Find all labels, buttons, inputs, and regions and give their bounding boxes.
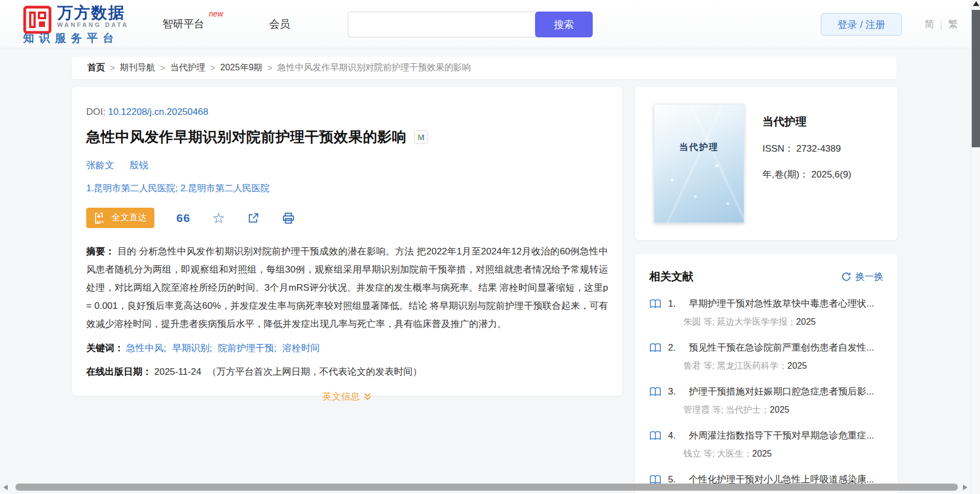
share-icon[interactable] [247,212,260,224]
affiliations[interactable]: 1.昆明市第二人民医院; 2.昆明市第二人民医院 [86,182,608,195]
keyword-separator: ; [164,343,166,353]
book-icon [649,299,661,309]
breadcrumb-issue[interactable]: 2025年9期 [220,62,263,74]
keywords-label: 关键词： [86,343,124,353]
article-title: 急性中风发作早期识别对院前护理干预效果的影响 [86,127,407,147]
volume-label: 年,卷(期)： [762,169,809,180]
related-item-link[interactable]: 4. 外周灌注指数指导下干预对早期急诊危重症... [649,429,883,442]
journal-volume-row: 年,卷(期)： 2025,6(9) [762,168,851,181]
journal-cover-title: 当代护理 [654,142,744,153]
related-item: 1. 早期护理干预对急性敌草快中毒患者心理状... 朱圆 等; 延边大学医学学报… [649,297,883,328]
related-item-link[interactable]: 3. 护理干预措施对妊娠期口腔急症患者预后影... [649,385,883,398]
fulltext-button[interactable]: free 全文直达 [86,208,154,228]
breadcrumb-journal[interactable]: 当代护理 [170,62,205,74]
vertical-scrollbar[interactable] [971,0,980,494]
journal-name[interactable]: 当代护理 [762,114,851,129]
author-link[interactable]: 殷锐 [130,159,148,171]
keywords-row: 关键词： 急性中风; 早期识别; 院前护理干预; 溶栓时间 [86,342,608,354]
chevron-double-down-icon [363,392,372,402]
language-switch: 简 | 繁 [925,18,958,31]
scroll-up-arrow-icon[interactable] [973,1,979,6]
keyword-link[interactable]: 早期识别 [172,343,209,353]
search-input[interactable] [348,12,537,37]
doi-label: DOI: [86,107,105,117]
pubdate-label: 在线出版日期： [86,367,152,377]
new-badge: new [209,9,223,18]
search-group: 搜索 [348,12,593,37]
lang-divider: | [940,19,943,30]
keyword-separator: ; [274,343,277,353]
nav-item-zhiyan[interactable]: 智研平台 new [163,17,204,31]
main-nav: 智研平台 new 会员 [163,0,290,48]
lang-simplified[interactable]: 简 [925,18,934,31]
article-card: DOI: 10.12208/j.cn.20250468 急性中风发作早期识别对院… [72,87,622,396]
svg-text:free: free [97,219,104,224]
print-icon[interactable] [282,212,295,225]
related-item: 4. 外周灌注指数指导下干预对早期急诊危重症... 钱立 等; 大医生；2025 [649,429,883,460]
lang-traditional[interactable]: 繁 [948,18,958,31]
actions-row: free 全文直达 66 ☆ [86,208,608,228]
related-title: 相关文献 [649,269,693,284]
related-item-meta: 朱圆 等; 延边大学医学学报；2025 [683,317,883,328]
favorite-star-icon[interactable]: ☆ [212,212,225,224]
search-button[interactable]: 搜索 [535,12,593,37]
breadcrumb: 首页 > 期刊导航 > 当代护理 > 2025年9期 > 急性中风发作早期识别对… [72,57,897,79]
journal-card: 当代护理 当代护理 ISSN： 2732-4389 年,卷(期)： 2025,6… [635,87,898,240]
breadcrumb-home[interactable]: 首页 [87,62,105,74]
related-literature-card: 相关文献 换一换 1. 早期护理干预对急性敌草快中毒患者心理状... 朱圆 等;… [635,254,898,494]
page: 万方数据 WANFANG DATA 知识服务平台 智研平台 new 会员 搜索 … [0,0,980,494]
book-icon [649,431,661,441]
scroll-right-arrow-icon[interactable] [963,485,967,490]
issn-value: 2732-4389 [796,143,840,154]
breadcrumb-current: 急性中风发作早期识别对院前护理干预效果的影响 [277,62,471,74]
author-link[interactable]: 张龄文 [86,159,114,171]
pubdate-value: 2025-11-24 [154,367,202,377]
scroll-left-arrow-icon[interactable] [3,485,8,490]
related-item: 2. 预见性干预在急诊院前严重创伤患者自发性... 鲁君 等; 黑龙江医药科学；… [649,341,883,372]
site-logo[interactable]: 万方数据 WANFANG DATA [23,4,129,34]
logo-text-block: 万方数据 WANFANG DATA [57,4,129,34]
logo-brand: 万方数据 [57,4,129,21]
related-item-meta: 鲁君 等; 黑龙江医药科学；2025 [683,360,883,372]
nav-item-member[interactable]: 会员 [269,17,290,31]
issn-label: ISSN： [762,143,794,154]
journal-cover[interactable]: 当代护理 [654,104,744,223]
abstract-label: 摘要： [86,246,115,257]
header: 万方数据 WANFANG DATA 知识服务平台 智研平台 new 会员 搜索 … [0,0,980,48]
related-item-meta: 钱立 等; 大医生；2025 [683,448,883,460]
related-item-meta: 管理霞 等; 当代护士；2025 [683,404,883,416]
abstract-block: 摘要： 目的 分析急性中风发作初期识别对院前护理干预成效的潜在影响。方法 把20… [86,242,608,333]
book-icon [649,343,661,353]
english-info-toggle[interactable]: 英文信息 [86,390,608,403]
horizontal-scrollbar[interactable] [0,483,971,492]
keyword-link[interactable]: 急性中风 [126,343,164,353]
refresh-icon [841,271,851,282]
related-item-link[interactable]: 1. 早期护理干预对急性敌草快中毒患者心理状... [649,297,883,310]
refresh-related-button[interactable]: 换一换 [841,270,883,283]
breadcrumb-separator: > [110,63,115,73]
pubdate-row: 在线出版日期： 2025-11-24 （万方平台首次上网日期，不代表论文的发表时… [86,365,608,378]
keyword-link[interactable]: 溶栓时间 [282,343,320,353]
doi-link[interactable]: 10.12208/j.cn.20250468 [108,107,208,117]
horizontal-scroll-thumb[interactable] [15,484,958,491]
breadcrumb-separator: > [160,63,165,73]
breadcrumb-separator: > [210,63,215,73]
keyword-separator: ; [209,343,212,353]
cite-icon[interactable]: 66 [176,212,190,225]
journal-issn-row: ISSN： 2732-4389 [762,142,851,155]
volume-value: 2025,6(9) [811,169,851,180]
breadcrumb-separator: > [268,63,272,73]
authors-row: 张龄文 殷锐 [86,159,608,171]
logo-brand-en: WANFANG DATA [57,21,129,29]
metrics-badge[interactable]: M [414,130,428,144]
related-item-link[interactable]: 2. 预见性干预在急诊院前严重创伤患者自发性... [649,341,883,354]
login-register-button[interactable]: 登录 / 注册 [821,13,902,36]
breadcrumb-journal-nav[interactable]: 期刊导航 [120,62,155,74]
book-icon [649,387,661,397]
doi-line: DOI: 10.12208/j.cn.20250468 [86,107,608,118]
vertical-scroll-thumb[interactable] [972,10,980,147]
wanfang-logo-icon [23,5,52,34]
keyword-link[interactable]: 院前护理干预 [218,343,274,353]
pubdate-note: （万方平台首次上网日期，不代表论文的发表时间） [207,367,422,377]
free-download-icon: free [94,212,107,225]
